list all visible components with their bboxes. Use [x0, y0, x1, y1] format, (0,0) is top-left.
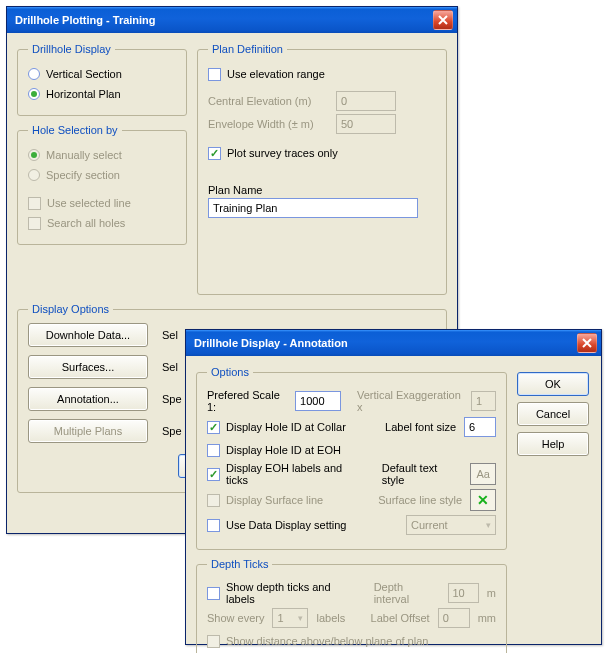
- surfaces-caption: Sel: [162, 355, 182, 379]
- radio-icon: [28, 149, 40, 161]
- chevron-down-icon: ▾: [486, 518, 491, 532]
- label-font-size-label: Label font size: [385, 421, 456, 433]
- use-elevation-range-check[interactable]: Use elevation range: [208, 65, 436, 83]
- downhole-caption: Sel: [162, 323, 182, 347]
- window-body: Options Prefered Scale 1: 1000 Vertical …: [186, 356, 601, 653]
- check-label: Use elevation range: [227, 68, 325, 80]
- downhole-data-button[interactable]: Downhole Data...: [28, 323, 148, 347]
- x-icon: ✕: [477, 492, 489, 508]
- text-style-icon: Aa: [476, 468, 489, 480]
- check-label: Display Surface line: [226, 494, 323, 506]
- checkbox-icon: [207, 494, 220, 507]
- check-label: Show distance above/below plane of plan: [226, 635, 428, 647]
- show-depth-ticks-check[interactable]: Show depth ticks and labels: [207, 584, 358, 602]
- check-label: Display Hole ID at Collar: [226, 421, 346, 433]
- checkbox-icon: [208, 68, 221, 81]
- multiple-plans-button: Multiple Plans: [28, 419, 148, 443]
- horizontal-plan-radio[interactable]: Horizontal Plan: [28, 85, 176, 103]
- preferred-scale-input[interactable]: 1000: [295, 391, 341, 411]
- checkbox-icon: [208, 147, 221, 160]
- radio-label: Horizontal Plan: [46, 88, 121, 100]
- select-value: Current: [411, 518, 448, 532]
- group-legend: Plan Definition: [208, 43, 287, 55]
- checkbox-icon: [207, 421, 220, 434]
- group-legend: Display Options: [28, 303, 113, 315]
- label-offset-input: 0: [438, 608, 470, 628]
- group-legend: Options: [207, 366, 253, 378]
- drillhole-display-annotation-window: Drillhole Display - Annotation Options P…: [185, 329, 602, 645]
- check-label: Plot survey traces only: [227, 147, 338, 159]
- use-selected-line-check: Use selected line: [28, 194, 176, 212]
- radio-label: Specify section: [46, 169, 120, 181]
- radio-label: Manually select: [46, 149, 122, 161]
- check-label: Display Hole ID at EOH: [226, 444, 341, 456]
- ok-button[interactable]: OK: [517, 372, 589, 396]
- envelope-width-label: Envelope Width (± m): [208, 118, 328, 130]
- depth-ticks-group: Depth Ticks Show depth ticks and labels …: [196, 558, 507, 653]
- titlebar[interactable]: Drillhole Plotting - Training: [7, 7, 457, 33]
- titlebar[interactable]: Drillhole Display - Annotation: [186, 330, 601, 356]
- show-every-select: 1 ▾: [272, 608, 308, 628]
- group-legend: Hole Selection by: [28, 124, 122, 136]
- radio-icon: [28, 88, 40, 100]
- data-display-select: Current ▾: [406, 515, 496, 535]
- vertical-exaggeration-input: 1: [471, 391, 496, 411]
- radio-label: Vertical Section: [46, 68, 122, 80]
- display-eoh-labels-check[interactable]: Display EOH labels and ticks: [207, 465, 366, 483]
- central-elevation-label: Central Elevation (m): [208, 95, 328, 107]
- default-text-style-button[interactable]: Aa: [470, 463, 496, 485]
- preferred-scale-label: Prefered Scale 1:: [207, 389, 287, 413]
- envelope-width-input: 50: [336, 114, 396, 134]
- manually-select-radio: Manually select: [28, 146, 176, 164]
- checkbox-icon: [207, 587, 220, 600]
- surfaces-button[interactable]: Surfaces...: [28, 355, 148, 379]
- window-title: Drillhole Display - Annotation: [194, 337, 577, 349]
- close-icon: [438, 15, 448, 25]
- group-legend: Depth Ticks: [207, 558, 272, 570]
- plot-survey-traces-check[interactable]: Plot survey traces only: [208, 144, 436, 162]
- annotation-caption: Spe: [162, 387, 182, 411]
- plan-name-input[interactable]: Training Plan: [208, 198, 418, 218]
- search-all-holes-check: Search all holes: [28, 214, 176, 232]
- label-font-size-input[interactable]: 6: [464, 417, 496, 437]
- checkbox-icon: [28, 217, 41, 230]
- central-elevation-input: 0: [336, 91, 396, 111]
- close-button[interactable]: [577, 333, 597, 353]
- options-group: Options Prefered Scale 1: 1000 Vertical …: [196, 366, 507, 550]
- depth-interval-unit: m: [487, 587, 496, 599]
- chevron-down-icon: ▾: [298, 611, 303, 625]
- group-legend: Drillhole Display: [28, 43, 115, 55]
- select-value: 1: [277, 611, 283, 625]
- window-title: Drillhole Plotting - Training: [15, 14, 433, 26]
- use-data-display-check[interactable]: Use Data Display setting: [207, 516, 346, 534]
- multiple-caption: Spe: [162, 419, 182, 443]
- vertical-section-radio[interactable]: Vertical Section: [28, 65, 176, 83]
- radio-icon: [28, 169, 40, 181]
- help-button[interactable]: Help: [517, 432, 589, 456]
- display-hole-id-eoh-check[interactable]: Display Hole ID at EOH: [207, 441, 496, 459]
- check-label: Search all holes: [47, 217, 125, 229]
- default-text-style-label: Default text style: [382, 462, 463, 486]
- vertical-exaggeration-label: Vertical Exaggeration x: [357, 389, 463, 413]
- checkbox-icon: [207, 519, 220, 532]
- show-distance-check: Show distance above/below plane of plan: [207, 632, 496, 650]
- close-icon: [582, 338, 592, 348]
- annotation-button[interactable]: Annotation...: [28, 387, 148, 411]
- specify-section-radio: Specify section: [28, 166, 176, 184]
- checkbox-icon: [207, 444, 220, 457]
- show-every-label: Show every: [207, 612, 264, 624]
- surface-line-style-button[interactable]: ✕: [470, 489, 496, 511]
- depth-interval-input: 10: [448, 583, 479, 603]
- checkbox-icon: [207, 468, 220, 481]
- label-offset-unit: mm: [478, 612, 496, 624]
- surface-line-style-label: Surface line style: [378, 494, 462, 506]
- drillhole-display-group: Drillhole Display Vertical Section Horiz…: [17, 43, 187, 116]
- display-hole-id-collar-check[interactable]: Display Hole ID at Collar: [207, 418, 346, 436]
- checkbox-icon: [28, 197, 41, 210]
- radio-icon: [28, 68, 40, 80]
- close-button[interactable]: [433, 10, 453, 30]
- check-label: Use Data Display setting: [226, 519, 346, 531]
- checkbox-icon: [207, 635, 220, 648]
- plan-definition-group: Plan Definition Use elevation range Cent…: [197, 43, 447, 295]
- cancel-button[interactable]: Cancel: [517, 402, 589, 426]
